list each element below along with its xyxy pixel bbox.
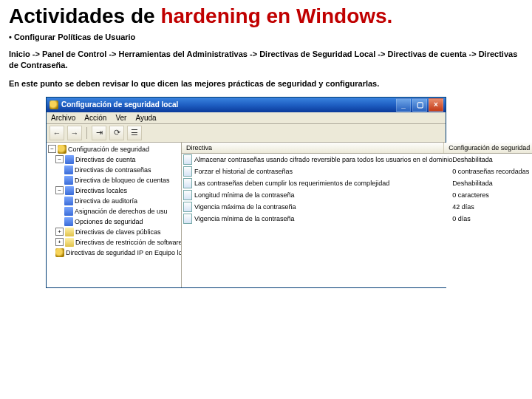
window-maximize-button[interactable]: ▢ — [412, 98, 427, 112]
policy-icon — [183, 214, 192, 224]
list-row[interactable]: Longitud mínima de la contraseña 0 carac… — [182, 189, 532, 201]
policy-icon — [183, 154, 192, 165]
toolbar-refresh-icon[interactable]: ⟳ — [109, 126, 124, 140]
tree-security-options[interactable]: Opciones de seguridad — [48, 216, 181, 227]
window-title: Configuración de seguridad local — [61, 100, 393, 109]
list-row[interactable]: Almacenar contraseñas usando cifrado rev… — [182, 154, 532, 166]
column-directiva[interactable]: Directiva — [182, 143, 444, 153]
tree-audit-policy[interactable]: Directiva de auditoría — [48, 196, 181, 206]
list-header: Directiva Configuración de seguridad — [182, 143, 532, 154]
tree-root[interactable]: − Configuración de seguridad — [48, 144, 181, 154]
policy-icon — [183, 202, 192, 212]
mmc-toolbar: ← → ⇥ ⟳ ☰ — [47, 124, 446, 143]
list-row[interactable]: Vigencia máxima de la contraseña 42 días — [182, 201, 532, 213]
path-paragraph: Inicio -> Panel de Control -> Herramient… — [9, 49, 523, 71]
menu-archivo[interactable]: Archivo — [51, 114, 75, 122]
tree-lockout-policies[interactable]: Directiva de bloqueo de cuentas — [48, 175, 181, 185]
list-row[interactable]: Forzar el historial de contraseñas 0 con… — [182, 166, 532, 177]
policy-icon — [183, 190, 192, 200]
tree-local-policies[interactable]: − Directivas locales — [48, 185, 181, 196]
mmc-list: Directiva Configuración de seguridad Alm… — [182, 143, 532, 287]
toolbar-back-icon[interactable]: ← — [50, 126, 64, 140]
policy-icon — [183, 166, 192, 177]
toolbar-forward-icon[interactable]: → — [67, 126, 82, 140]
mmc-titlebar: Configuración de seguridad local _ ▢ × — [47, 98, 446, 112]
list-row[interactable]: Vigencia mínima de la contraseña 0 días — [182, 213, 532, 225]
menu-ver[interactable]: Ver — [115, 114, 126, 122]
tree-software-restriction[interactable]: + Directivas de restricción de software — [48, 237, 181, 248]
window-close-button[interactable]: × — [429, 98, 443, 112]
tree-account-policies[interactable]: − Directivas de cuenta — [48, 154, 181, 165]
toolbar-separator — [86, 127, 87, 139]
tree-ip-security[interactable]: Directivas de seguridad IP en Equipo lo — [48, 248, 181, 258]
slide-title: Actividades de hardening en Windows. — [9, 4, 523, 28]
mmc-menubar: Archivo Acción Ver Ayuda — [47, 112, 446, 124]
mmc-window: Configuración de seguridad local _ ▢ × A… — [46, 97, 446, 288]
note-paragraph: En este punto se deben revisar lo que di… — [9, 78, 523, 89]
tree-public-key-policies[interactable]: + Directivas de claves públicas — [48, 227, 181, 237]
column-config[interactable]: Configuración de seguridad — [444, 143, 532, 153]
list-row[interactable]: Las contraseñas deben cumplir los requer… — [182, 177, 532, 189]
menu-accion[interactable]: Acción — [84, 114, 106, 122]
subtitle-bullet: • Configurar Políticas de Usuario — [9, 33, 523, 41]
mmc-tree: − Configuración de seguridad − Directiva… — [47, 143, 182, 287]
menu-ayuda[interactable]: Ayuda — [135, 114, 156, 122]
app-icon — [50, 100, 58, 109]
tree-user-rights[interactable]: Asignación de derechos de usu — [48, 206, 181, 216]
tree-password-policies[interactable]: Directivas de contraseñas — [48, 165, 181, 175]
toolbar-export-icon[interactable]: ⇥ — [92, 126, 106, 140]
policy-icon — [183, 178, 192, 188]
toolbar-properties-icon[interactable]: ☰ — [127, 126, 142, 140]
window-minimize-button[interactable]: _ — [396, 98, 411, 112]
